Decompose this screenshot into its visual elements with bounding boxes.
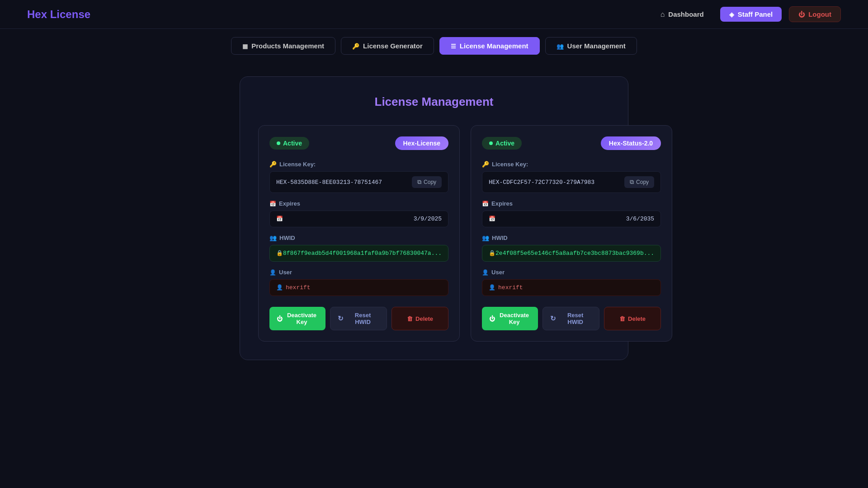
lock-icon-2 (489, 250, 495, 257)
tab-generator[interactable]: License Generator (341, 37, 434, 55)
license-card-2: Active Hex-Status-2.0 License Key: HEX-C… (471, 125, 672, 342)
user-pink-icon-2 (489, 284, 495, 291)
header: Hex License Dashboard Staff Panel Logout (0, 0, 868, 29)
panel-title: License Management (258, 95, 610, 109)
trash-icon-1 (407, 315, 413, 322)
list-icon (451, 42, 456, 50)
user-box-2: hexrift (482, 279, 661, 296)
deactivate-button-1[interactable]: Deactivate Key (269, 307, 326, 330)
product-badge-2: Hex-Status-2.0 (601, 136, 661, 150)
trash-icon-2 (619, 315, 625, 322)
delete-button-2[interactable]: Delete (604, 307, 661, 330)
copy-icon-1 (417, 178, 421, 186)
brand-logo: Hex License (27, 8, 90, 21)
hwid-label-2: HWID (482, 235, 661, 241)
expires-box-2: 3/6/2035 (482, 211, 661, 227)
reset-hwid-button-2[interactable]: Reset HWID (542, 307, 599, 330)
calendar-icon-2b (489, 216, 495, 222)
hwid-icon-1 (269, 235, 277, 241)
expires-label-1: Expires (269, 200, 448, 207)
tab-license-management[interactable]: License Management (439, 37, 540, 55)
card-1-actions: Deactivate Key Reset HWID Delete (269, 307, 448, 330)
copy-icon-2 (630, 178, 634, 186)
tab-products[interactable]: Products Management (231, 37, 335, 55)
copy-button-2[interactable]: Copy (624, 176, 654, 188)
copy-button-1[interactable]: Copy (412, 176, 442, 188)
active-dot-2 (489, 141, 493, 145)
header-actions: Dashboard Staff Panel Logout (651, 6, 841, 22)
user-pink-icon-1 (276, 284, 283, 291)
power-icon-2 (489, 315, 495, 322)
license-key-label-2: License Key: (482, 161, 661, 168)
license-management-panel: License Management Active Hex-License Li… (240, 76, 628, 360)
user-label-2: User (482, 269, 661, 276)
card-2-header: Active Hex-Status-2.0 (482, 136, 661, 150)
key-icon (352, 42, 359, 50)
calendar-icon-1b (276, 216, 283, 222)
hwid-icon-2 (482, 235, 489, 241)
hwid-box-1: 8f867f9eadb5d4f001968a1faf0a9b7bf7683004… (269, 245, 448, 262)
refresh-icon-1 (338, 314, 344, 323)
user-label-1: User (269, 269, 448, 276)
staff-panel-button[interactable]: Staff Panel (720, 7, 782, 22)
expires-label-2: Expires (482, 200, 661, 207)
status-badge-2: Active (482, 137, 522, 150)
lock-icon-1 (276, 250, 283, 257)
license-cards-row: Active Hex-License License Key: HEX-5835… (258, 125, 610, 342)
dashboard-button[interactable]: Dashboard (651, 7, 713, 22)
license-key-box-2: HEX-CDFC2F57-72C77320-279A7983 Copy (482, 171, 661, 193)
license-card-1: Active Hex-License License Key: HEX-5835… (258, 125, 460, 342)
license-key-label-1: License Key: (269, 161, 448, 168)
products-icon (242, 42, 248, 50)
main-content: License Management Active Hex-License Li… (0, 63, 868, 374)
nav-tabs: Products Management License Generator Li… (0, 29, 868, 63)
user-box-1: hexrift (269, 279, 448, 296)
home-icon (660, 10, 665, 19)
license-key-box-1: HEX-5835D88E-8EE03213-78751467 Copy (269, 171, 448, 193)
logout-icon (798, 10, 805, 18)
delete-button-1[interactable]: Delete (392, 307, 448, 330)
card-1-header: Active Hex-License (269, 136, 448, 150)
calendar-icon-2 (482, 200, 489, 207)
card-2-actions: Deactivate Key Reset HWID Delete (482, 307, 661, 330)
hwid-label-1: HWID (269, 235, 448, 241)
user-icon-2 (482, 269, 489, 276)
status-badge-1: Active (269, 137, 309, 150)
reset-hwid-button-1[interactable]: Reset HWID (330, 307, 387, 330)
logout-button[interactable]: Logout (789, 6, 841, 22)
tab-user-management[interactable]: User Management (545, 37, 637, 55)
calendar-icon-1 (269, 200, 276, 207)
staff-icon (729, 10, 734, 18)
deactivate-button-2[interactable]: Deactivate Key (482, 307, 538, 330)
product-badge-1: Hex-License (395, 136, 448, 150)
key-icon-2 (482, 161, 489, 168)
hwid-box-2: 2e4f08f5e65e146cf5a8aafb7ce3bc8873bac936… (482, 245, 661, 262)
user-icon-1 (269, 269, 276, 276)
refresh-icon-2 (550, 314, 556, 323)
users-icon (557, 42, 564, 50)
active-dot-1 (277, 141, 280, 145)
key-icon-1 (269, 161, 277, 168)
expires-box-1: 3/9/2025 (269, 211, 448, 227)
power-icon-1 (277, 315, 283, 322)
